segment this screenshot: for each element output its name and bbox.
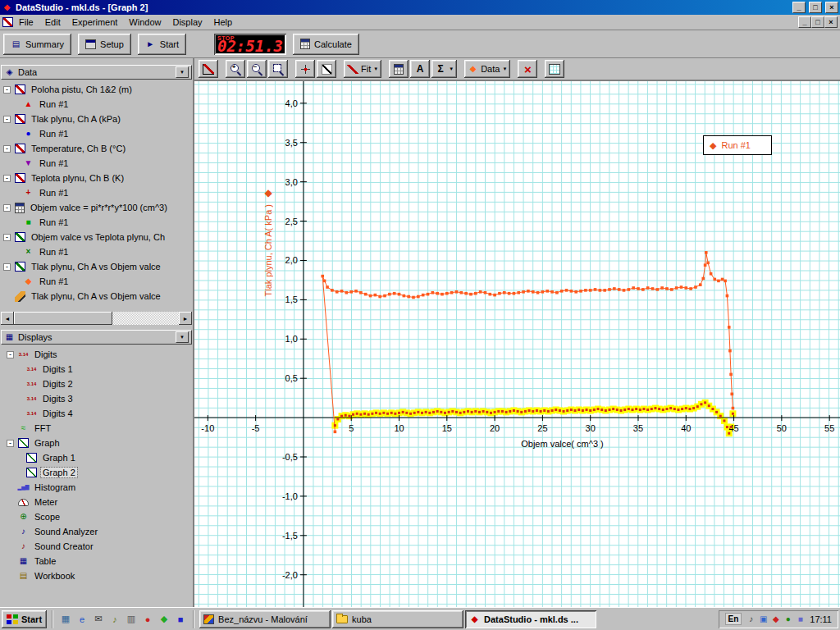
displays-panel-dropdown[interactable]: ▼ (176, 331, 189, 343)
tree-expander-icon[interactable]: - (7, 351, 14, 358)
data-run-item[interactable]: ■Run #1 (0, 215, 193, 230)
quicklaunch-archive-icon[interactable]: ◆ (157, 611, 171, 628)
display-item[interactable]: ♪Sound Analyzer (0, 524, 193, 539)
child-restore-button[interactable]: □ (811, 16, 824, 28)
data-item[interactable]: -Temperature, Ch B (°C) (0, 141, 193, 156)
tray-volume-icon[interactable]: ♪ (746, 614, 756, 624)
dropdown-arrow-icon[interactable]: ▼ (373, 66, 378, 71)
close-button[interactable]: × (825, 2, 838, 13)
display-subitem[interactable]: Graph 1 (0, 450, 193, 465)
data-item[interactable]: -Poloha pistu, Ch 1&2 (m) (0, 82, 193, 97)
scroll-track[interactable] (14, 312, 179, 325)
tree-expander-icon[interactable]: - (3, 86, 11, 94)
display-item[interactable]: Meter (0, 495, 193, 509)
display-item[interactable]: ≈FFT (0, 421, 193, 436)
data-item[interactable]: -Tlak plynu, Ch A (kPa) (0, 112, 193, 126)
child-minimize-button[interactable]: _ (798, 16, 811, 28)
display-item[interactable]: ▦Table (0, 554, 193, 568)
quicklaunch-security-icon[interactable]: ● (140, 611, 155, 628)
data-run-item[interactable]: ●Run #1 (0, 126, 193, 141)
quicklaunch-media-icon[interactable]: ♪ (107, 611, 122, 628)
quicklaunch-settings-icon[interactable]: ■ (173, 611, 188, 628)
task-datastudio-button[interactable]: ◆DataStudio - mkl.ds ... (465, 610, 596, 628)
quicklaunch-show-desktop-icon[interactable]: ▦ (58, 611, 73, 628)
data-panel-dropdown[interactable]: ▼ (176, 66, 189, 78)
display-item[interactable]: -3.14Digits (0, 347, 193, 362)
maximize-button[interactable]: □ (809, 2, 822, 13)
quicklaunch-calculator-icon[interactable]: ▥ (124, 611, 139, 628)
data-item[interactable]: Tlak plynu, Ch A vs Objem valce (0, 289, 193, 304)
display-subitem[interactable]: Graph 2 (0, 465, 193, 480)
statistics-button[interactable]: Σ▼ (431, 60, 457, 78)
summary-button[interactable]: ▤Summary (3, 34, 71, 55)
display-item[interactable]: ▤Workbook (0, 568, 193, 583)
menu-file[interactable]: File (13, 16, 39, 29)
tray-display-icon[interactable]: ▣ (758, 614, 769, 624)
task-folder-kuba-button[interactable]: kuba (332, 610, 463, 628)
zoom-in-button[interactable]: + (226, 60, 245, 78)
setup-button[interactable]: Setup (78, 34, 131, 55)
chart-area[interactable]: -10-55101520253035404550554,03,53,02,52,… (194, 80, 840, 607)
remove-button[interactable]: × (518, 60, 537, 78)
data-run-item[interactable]: ◆Run #1 (0, 274, 193, 289)
legend[interactable]: ◆ Run #1 (703, 135, 772, 155)
tree-expander-icon[interactable]: - (7, 440, 14, 447)
display-item[interactable]: ▂▅▇Histogram (0, 480, 193, 495)
data-tree-hscrollbar[interactable]: ◄ ► (1, 312, 192, 325)
tree-expander-icon[interactable]: - (3, 263, 11, 271)
data-run-item[interactable]: +Run #1 (0, 185, 193, 200)
data-item[interactable]: -Teplota plynu, Ch B (K) (0, 171, 193, 185)
tree-expander-icon[interactable]: - (3, 145, 11, 153)
tree-expander-icon[interactable]: - (3, 234, 11, 241)
data-item[interactable]: -Objem valce vs Teplota plynu, Ch (0, 230, 193, 244)
display-item[interactable]: -Graph (0, 436, 193, 450)
scale-to-fit-button[interactable] (199, 60, 218, 78)
minimize-button[interactable]: _ (792, 2, 806, 13)
fit-menu-button[interactable]: Fit▼ (344, 60, 381, 78)
taskbar-clock[interactable]: 17:11 (810, 614, 832, 624)
quicklaunch-mail-icon[interactable]: ✉ (91, 611, 106, 628)
calculate-tool-button[interactable] (389, 60, 409, 78)
tree-expander-icon[interactable]: - (3, 175, 11, 182)
start-menu-button[interactable]: Start (2, 610, 47, 628)
display-subitem[interactable]: 3.14Digits 3 (0, 391, 193, 406)
smart-tool-button[interactable] (295, 60, 315, 78)
menu-experiment[interactable]: Experiment (66, 16, 124, 29)
graph-settings-button[interactable] (545, 60, 564, 78)
menu-window[interactable]: Window (123, 16, 167, 29)
data-panel-header[interactable]: ◈ Data ▼ (1, 65, 192, 80)
display-subitem[interactable]: 3.14Digits 2 (0, 377, 193, 391)
tray-network-icon[interactable]: ■ (795, 614, 806, 624)
data-menu-button[interactable]: ◆Data▼ (464, 60, 510, 78)
display-item[interactable]: ♪Sound Creator (0, 539, 193, 554)
quicklaunch-internet-icon[interactable]: e (75, 611, 89, 628)
dropdown-arrow-icon[interactable]: ▼ (449, 66, 454, 71)
data-run-item[interactable]: ▲Run #1 (0, 97, 193, 112)
display-subitem[interactable]: 3.14Digits 4 (0, 406, 193, 421)
scroll-left-button[interactable]: ◄ (1, 312, 14, 325)
tray-antivirus-icon[interactable]: ◆ (770, 614, 781, 624)
text-annotation-button[interactable]: A (410, 60, 430, 78)
displays-panel-header[interactable]: ▦ Displays ▼ (1, 330, 192, 345)
start-button[interactable]: ►Start (138, 34, 186, 55)
slope-tool-button[interactable] (317, 60, 336, 78)
menu-help[interactable]: Help (208, 16, 239, 29)
data-item[interactable]: -Tlak plynu, Ch A vs Objem valce (0, 259, 193, 274)
title-bar[interactable]: ◆ DataStudio - mkl.ds - [Graph 2] _ □ × (0, 0, 840, 15)
dropdown-arrow-icon[interactable]: ▼ (502, 66, 507, 71)
data-item[interactable]: -Objem valce = pi*r*r*y*100 (cm^3) (0, 200, 193, 215)
display-item[interactable]: ⊕Scope (0, 509, 193, 524)
menu-display[interactable]: Display (167, 16, 208, 29)
tray-scheduler-icon[interactable]: ● (783, 614, 793, 624)
zoom-out-button[interactable]: − (247, 60, 267, 78)
menu-edit[interactable]: Edit (39, 16, 66, 29)
keyboard-layout-indicator[interactable]: En (725, 613, 742, 625)
calculate-button[interactable]: Calculate (293, 34, 359, 55)
data-run-item[interactable]: ▼Run #1 (0, 156, 193, 171)
zoom-select-button[interactable] (268, 60, 288, 78)
data-run-item[interactable]: ×Run #1 (0, 244, 193, 259)
scroll-thumb[interactable] (14, 312, 112, 325)
scroll-right-button[interactable]: ► (179, 312, 192, 325)
tree-expander-icon[interactable]: - (3, 116, 11, 123)
tree-expander-icon[interactable]: - (3, 204, 11, 212)
